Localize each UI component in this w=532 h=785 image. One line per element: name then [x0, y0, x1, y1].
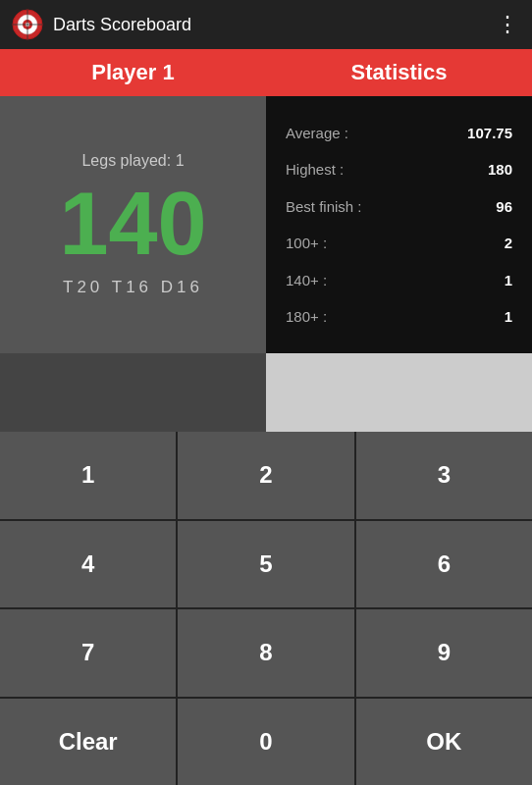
stat-label: Average : — [286, 125, 348, 141]
app-icon — [12, 9, 43, 40]
key-8-button[interactable]: 8 — [178, 609, 353, 697]
stat-row: 140+ : 1 — [286, 272, 512, 288]
app-title: Darts Scoreboard — [53, 15, 191, 35]
stat-value: 107.75 — [467, 125, 512, 141]
dart-breakdown: T20 T16 D16 — [63, 278, 203, 297]
score-section: Player 1 Legs played: 1 140 T20 T16 D16 … — [0, 49, 532, 353]
header-left: Darts Scoreboard — [12, 9, 191, 40]
legs-played: Legs played: 1 — [81, 152, 184, 170]
input-right-area — [266, 353, 532, 432]
stat-label: Best finish : — [286, 198, 362, 215]
key-5-button[interactable]: 5 — [178, 521, 353, 608]
key-4-button[interactable]: 4 — [0, 521, 176, 608]
legs-played-value: 1 — [176, 152, 185, 169]
stat-value: 1 — [505, 308, 512, 325]
key-1-button[interactable]: 1 — [0, 432, 176, 519]
key-6-button[interactable]: 6 — [356, 521, 532, 608]
clear-button[interactable]: Clear — [0, 699, 176, 786]
app-header: Darts Scoreboard ⋮ — [0, 0, 532, 49]
stat-label: 180+ : — [286, 308, 327, 325]
stat-row: Best finish : 96 — [286, 198, 512, 215]
current-score: 140 — [59, 180, 206, 268]
stat-value: 1 — [505, 272, 512, 288]
player-body: Legs played: 1 140 T20 T16 D16 — [0, 96, 266, 353]
stat-value: 180 — [488, 161, 512, 178]
menu-icon[interactable]: ⋮ — [497, 12, 520, 37]
keypad: 123456789Clear0OK — [0, 432, 532, 785]
stats-body: Average : 107.75 Highest : 180 Best fini… — [266, 96, 532, 353]
player-panel: Player 1 Legs played: 1 140 T20 T16 D16 — [0, 49, 266, 353]
ok-button[interactable]: OK — [356, 699, 532, 786]
stat-value: 2 — [505, 235, 512, 251]
legs-played-label: Legs played: — [81, 152, 171, 169]
key-7-button[interactable]: 7 — [0, 609, 176, 697]
stat-label: 100+ : — [286, 235, 327, 251]
key-9-button[interactable]: 9 — [356, 609, 532, 697]
stat-label: Highest : — [286, 161, 344, 178]
player-header: Player 1 — [0, 49, 266, 96]
stat-label: 140+ : — [286, 272, 327, 288]
key-0-button[interactable]: 0 — [178, 699, 353, 786]
stats-panel: Statistics Average : 107.75 Highest : 18… — [266, 49, 532, 353]
stats-header: Statistics — [266, 49, 532, 96]
stats-title: Statistics — [351, 60, 448, 85]
key-2-button[interactable]: 2 — [178, 432, 353, 519]
input-left-area — [0, 353, 266, 432]
key-3-button[interactable]: 3 — [356, 432, 532, 519]
stat-value: 96 — [496, 198, 512, 215]
stat-row: 180+ : 1 — [286, 308, 512, 325]
input-display — [0, 353, 532, 432]
stat-row: 100+ : 2 — [286, 235, 512, 251]
stat-row: Highest : 180 — [286, 161, 512, 178]
player-name: Player 1 — [91, 60, 174, 85]
stat-row: Average : 107.75 — [286, 125, 512, 141]
